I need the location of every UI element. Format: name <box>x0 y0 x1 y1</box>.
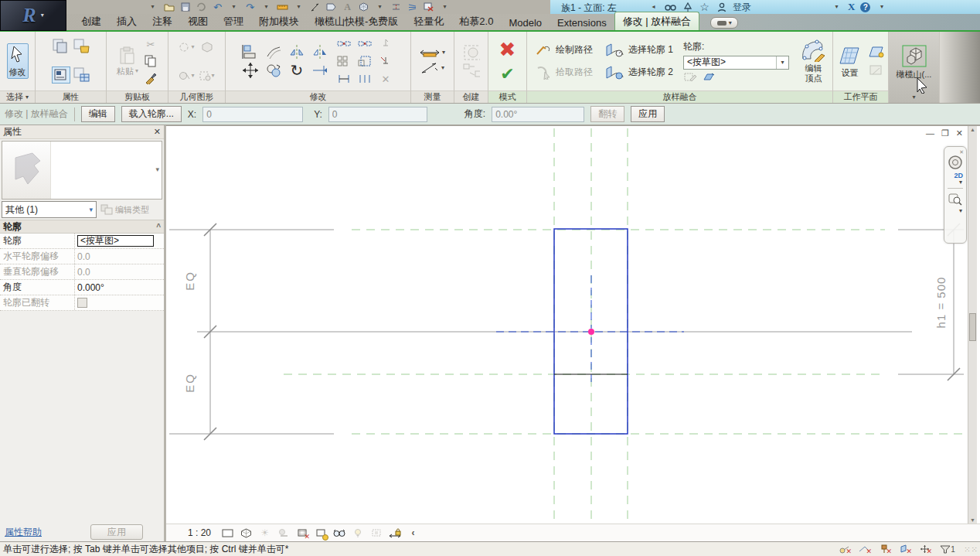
x-input[interactable] <box>202 107 303 122</box>
tab-manage[interactable]: 管理 <box>216 12 251 30</box>
redo-caret-icon[interactable]: ▾ <box>260 2 272 13</box>
section-collapse-icon[interactable]: ^ <box>156 223 161 231</box>
select-links-toggle[interactable]: ✕ <box>838 544 850 554</box>
edit-vertices-button[interactable]: 编辑顶点 <box>797 37 830 84</box>
wheel-caret-icon[interactable]: ▾ <box>959 179 962 186</box>
sun-path-icon[interactable]: ☀ <box>258 527 271 540</box>
worksets-caret-icon[interactable]: ▾ <box>147 2 158 13</box>
temporary-hide-isolate-icon[interactable] <box>332 527 345 540</box>
cut-icon[interactable]: ✂ <box>142 36 159 52</box>
save-icon[interactable] <box>179 2 191 13</box>
signin-caret-icon[interactable]: ▾ <box>831 2 842 13</box>
sketch-path-button[interactable]: 绘制路径 <box>533 40 595 60</box>
join-geometry-icon[interactable] <box>199 39 216 55</box>
scale-button[interactable]: 1 : 20 <box>183 527 216 539</box>
modify-tool-button[interactable]: 修改 <box>7 43 29 80</box>
edit-type-button[interactable]: 编辑类型 <box>99 202 162 217</box>
property-row-horizontal-offset[interactable]: 水平轮廓偏移 0.0 <box>0 249 164 264</box>
sync-icon[interactable] <box>196 2 207 13</box>
vertical-scrollbar[interactable]: ▲ ▼ <box>968 126 977 524</box>
move-icon[interactable] <box>242 63 259 78</box>
measure-caret-icon[interactable]: ▾ <box>293 2 305 13</box>
h1-dimension-label[interactable]: h1 = 500 <box>934 277 948 329</box>
view-close-icon[interactable]: ✕ <box>956 128 963 138</box>
align-dim-icon[interactable] <box>335 71 352 87</box>
olive-mountain-button[interactable]: 橄榄山(... <box>891 43 937 80</box>
cancel-edit-mode-icon[interactable]: ✖ <box>499 39 516 60</box>
view-minimize-icon[interactable]: — <box>926 128 934 138</box>
copy-element-icon[interactable] <box>265 63 282 78</box>
help-icon[interactable]: ? <box>860 2 870 12</box>
sign-in-person-icon[interactable] <box>716 2 727 13</box>
cut-geometry-icon[interactable]: ▾ <box>179 68 196 84</box>
align-icon[interactable] <box>242 44 259 60</box>
sign-in-label[interactable]: 登录 <box>733 1 751 14</box>
tab-extensions[interactable]: Extensions <box>550 15 614 30</box>
tab-annotate[interactable]: 注释 <box>145 12 180 30</box>
create-group-icon[interactable] <box>463 45 480 60</box>
zoom-caret-icon[interactable]: ▾ <box>959 208 962 214</box>
apply-button[interactable]: 应用 <box>631 106 665 122</box>
tab-bomu[interactable]: 柏慕2.0 <box>451 12 501 30</box>
load-profile-button[interactable]: 载入轮廓... <box>121 106 182 122</box>
tab-lightweight[interactable]: 轻量化 <box>406 12 451 30</box>
properties-apply-button[interactable]: 应用 <box>90 524 143 540</box>
eq-label-top[interactable]: EQ <box>183 271 196 291</box>
select-underlay-toggle[interactable]: ✕ <box>858 544 870 554</box>
undo-caret-icon[interactable]: ▾ <box>228 2 240 13</box>
default-3d-view-icon[interactable] <box>358 2 369 13</box>
property-row-angle[interactable]: 角度 0.000° <box>0 280 164 295</box>
tab-modify-sweep-blend-active[interactable]: 修改 | 放样融合 <box>614 12 700 30</box>
tag-icon[interactable] <box>325 2 337 13</box>
tab-view[interactable]: 视图 <box>180 12 216 30</box>
show-workplane-icon[interactable] <box>868 44 885 60</box>
application-menu-button[interactable]: R ▾ <box>0 0 66 31</box>
array-icon[interactable] <box>335 53 352 69</box>
eq-label-bottom[interactable]: EQ <box>183 373 196 393</box>
set-workplane-button[interactable]: 设置 <box>837 43 863 80</box>
crop-view-icon[interactable]: ✕ <box>295 527 308 540</box>
split-with-gap-icon[interactable] <box>356 36 373 51</box>
type-selector-caret-icon[interactable]: ▾ <box>155 166 159 173</box>
open-icon[interactable] <box>163 2 175 13</box>
viewbar-collapse-icon[interactable]: ‹ <box>407 527 420 540</box>
steering-wheel-2d-icon[interactable] <box>947 155 964 172</box>
drawing-area[interactable]: EQ EQ h1 = 500 — ❐ ✕ ✕ 2D ▾ <box>166 125 980 541</box>
unpin-icon[interactable] <box>377 53 394 69</box>
edit-button[interactable]: 编辑 <box>81 106 115 122</box>
favorites-star-icon[interactable]: ☆ <box>699 2 710 13</box>
select-by-face-toggle[interactable]: ✕ <box>898 544 910 554</box>
delete-icon[interactable]: ✕ <box>377 71 394 87</box>
split-face-icon[interactable]: ▾ <box>199 68 216 84</box>
zoom-tool-icon[interactable] <box>948 191 963 206</box>
pick-path-button[interactable]: 拾取路径 <box>533 63 595 82</box>
match-type-icon[interactable] <box>142 70 159 86</box>
edit-profile-icon[interactable] <box>683 72 697 83</box>
selection-filter-icon[interactable]: 1 <box>938 544 957 554</box>
select-profile-2-button[interactable]: 选择轮廓 2 <box>603 63 675 82</box>
workplane-viewer-icon[interactable] <box>868 63 885 78</box>
profile-value-cell[interactable]: <按草图> <box>77 235 154 247</box>
tab-olive-mountain[interactable]: 橄榄山快模-免费版 <box>307 12 406 30</box>
ribbon-display-toggle[interactable]: ▾ <box>710 17 738 29</box>
tab-insert[interactable]: 插入 <box>109 12 145 30</box>
aligned-dimension-icon[interactable] <box>309 2 321 13</box>
temporary-view-properties-icon[interactable] <box>369 527 383 540</box>
property-row-profile[interactable]: 轮廓 <按草图> <box>0 234 164 249</box>
create-similar-icon[interactable] <box>463 63 480 78</box>
redo-icon[interactable]: ↷ <box>244 2 256 13</box>
constraints-icon[interactable] <box>388 527 401 540</box>
measure-tool-button[interactable]: ▾ <box>420 48 445 57</box>
select-profile-1-button[interactable]: 选择轮廓 1 <box>603 40 675 60</box>
flip-button[interactable]: 翻转 <box>590 106 624 122</box>
finish-edit-mode-icon[interactable]: ✔ <box>500 66 514 83</box>
family-types-button[interactable] <box>52 67 70 84</box>
property-row-vertical-offset[interactable]: 垂直轮廓偏移 0.0 <box>0 264 164 280</box>
help-caret-icon[interactable]: ▾ <box>876 2 887 13</box>
copy-icon[interactable] <box>142 53 159 69</box>
drag-on-selection-toggle[interactable]: ✕ <box>918 544 931 554</box>
view-caret-icon[interactable]: ▾ <box>374 2 386 13</box>
family-category-button[interactable] <box>73 39 90 54</box>
offset-icon[interactable] <box>265 44 282 60</box>
mirror-axis-icon[interactable] <box>288 44 305 60</box>
